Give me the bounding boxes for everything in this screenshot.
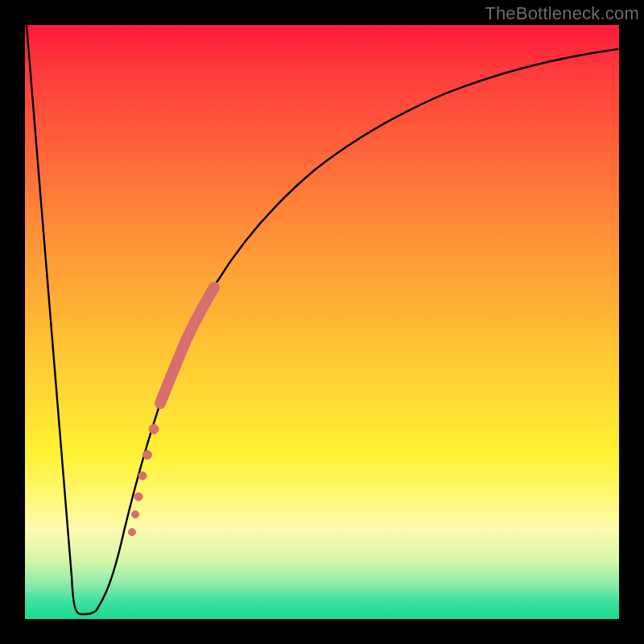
- chart-svg: [25, 25, 619, 619]
- svg-point-4: [132, 511, 139, 518]
- bottleneck-curve-path: [27, 25, 617, 614]
- svg-point-2: [138, 472, 147, 480]
- svg-point-0: [149, 424, 159, 434]
- plot-area: [25, 25, 619, 619]
- svg-point-1: [143, 451, 152, 460]
- chart-frame: TheBottleneck.com: [0, 0, 644, 644]
- highlight-band: [129, 287, 215, 536]
- watermark-text: TheBottleneck.com: [485, 3, 639, 24]
- svg-point-5: [129, 529, 136, 536]
- svg-point-3: [134, 493, 142, 501]
